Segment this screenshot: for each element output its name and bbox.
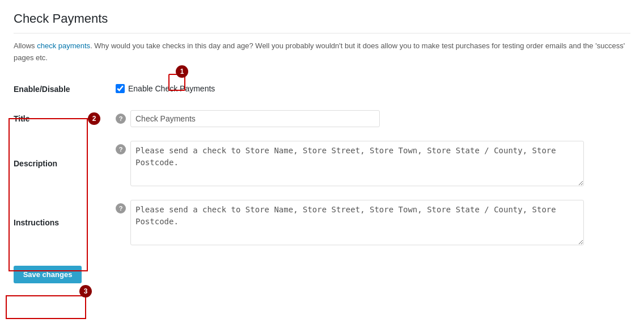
title-input[interactable]	[130, 110, 380, 127]
instructions-label: Instructions	[14, 193, 116, 252]
instructions-cell: ? Please send a check to Store Name, Sto…	[116, 193, 630, 252]
enable-row: Enable/Disable Enable Check Payments	[14, 76, 630, 103]
description-cell: ? Please send a check to Store Name, Sto…	[116, 134, 630, 193]
save-changes-button[interactable]: Save changes	[14, 266, 82, 283]
description-row: Description ? Please send a check to Sto…	[14, 134, 630, 193]
instructions-help-icon[interactable]: ?	[116, 203, 126, 213]
title-help-icon[interactable]: ?	[116, 114, 126, 124]
enable-checkbox-label[interactable]: Enable Check Payments	[116, 84, 215, 93]
save-row: Save changes	[14, 266, 630, 283]
enable-text: Enable Check Payments	[128, 84, 215, 93]
instructions-textarea[interactable]: Please send a check to Store Name, Store…	[130, 200, 584, 245]
instructions-field-group: ? Please send a check to Store Name, Sto…	[116, 200, 630, 245]
description-field-group: ? Please send a check to Store Name, Sto…	[116, 141, 630, 186]
settings-form: Enable/Disable Enable Check Payments Tit…	[14, 76, 630, 252]
instructions-row: Instructions ? Please send a check to St…	[14, 193, 630, 252]
enable-checkbox[interactable]	[116, 84, 125, 93]
title-field-group: ?	[116, 110, 630, 127]
annotation-1: 1	[176, 65, 188, 78]
enable-cell: Enable Check Payments	[116, 76, 630, 103]
check-payments-link[interactable]: check payments	[37, 41, 90, 50]
description-textarea[interactable]: Please send a check to Store Name, Store…	[130, 141, 584, 186]
title-cell: ?	[116, 103, 630, 134]
title-label: Title	[14, 103, 116, 134]
annotation-3: 3	[79, 285, 92, 298]
page-title: Check Payments	[14, 11, 630, 33]
page-description: Allows check payments. Why would you tak…	[14, 40, 630, 64]
enable-label-header: Enable/Disable	[14, 76, 116, 103]
description-help-icon[interactable]: ?	[116, 144, 126, 154]
main-container: 1 2 3 Check Payments Allows check paymen…	[0, 0, 644, 331]
description-label: Description	[14, 134, 116, 193]
save-highlight	[6, 295, 86, 319]
title-row: Title ?	[14, 103, 630, 134]
annotation-2: 2	[88, 112, 100, 125]
